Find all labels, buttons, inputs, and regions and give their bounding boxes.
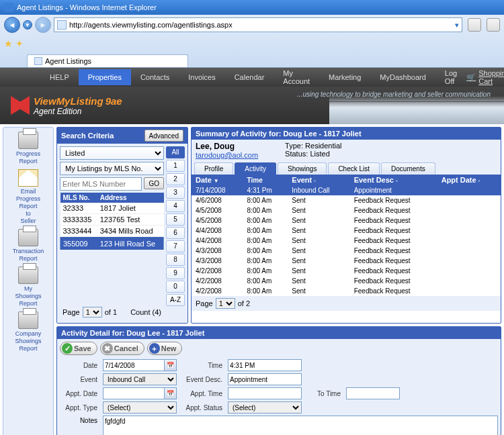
activity-row[interactable]: 4/2/20088:00 AmSentFeedback Request <box>192 276 501 286</box>
activity-row[interactable]: 4/4/20088:00 AmSentFeedback Request <box>192 226 501 236</box>
left-sidebar: ProgressReportEmailProgressReporttoSelle… <box>3 127 54 435</box>
sidebar-progress-report[interactable]: ProgressReport <box>16 132 40 165</box>
tab-activity[interactable]: Activity <box>235 162 276 175</box>
contact-email[interactable]: tarodoug@aol.com <box>196 151 258 159</box>
sidebar-email-progress-report-to-seller[interactable]: EmailProgressReporttoSeller <box>16 169 40 225</box>
page-7[interactable]: 7 <box>166 240 185 252</box>
page-A-Z[interactable]: A-Z <box>166 294 185 306</box>
col-apptdate[interactable]: Appt Date ▫ <box>437 175 501 185</box>
activity-row[interactable]: 4/3/20088:00 AmSentFeedback Request <box>192 246 501 256</box>
col-eventdesc[interactable]: Event Desc ▫ <box>350 175 437 185</box>
col-time[interactable]: Time <box>243 175 288 185</box>
menu-myaccount[interactable]: My Account <box>274 65 319 89</box>
brand-banner: ViewMyListing 9ae Agent Edition ...using… <box>0 87 504 124</box>
col-address[interactable]: Address <box>97 193 164 203</box>
page-3[interactable]: 3 <box>166 187 185 199</box>
apptstatus-select[interactable]: (Select) <box>228 401 302 414</box>
mls-input[interactable] <box>60 177 142 191</box>
activity-page-select[interactable]: 1 <box>216 298 235 309</box>
cancel-button[interactable]: ✖Cancel <box>100 342 144 355</box>
filter-select[interactable]: My Listings by MLS No. <box>60 162 164 175</box>
menu-contacts[interactable]: Contacts <box>131 69 179 85</box>
tab-page-icon <box>34 57 42 65</box>
menu-calendar[interactable]: Calendar <box>225 69 274 85</box>
event-select[interactable]: Inbound Call <box>103 373 177 385</box>
calendar-icon[interactable]: 📅 <box>165 387 177 399</box>
menu-properties[interactable]: Properties <box>79 69 131 85</box>
tab-documents[interactable]: Documents <box>381 162 435 175</box>
page-6[interactable]: 6 <box>166 227 185 239</box>
mls-go-button[interactable]: GO <box>144 177 164 189</box>
activity-row[interactable]: 4/2/20088:00 AmSentFeedback Request <box>192 286 501 296</box>
menu-logoff[interactable]: Log Off <box>435 65 466 89</box>
mail-icon <box>18 169 38 187</box>
address-bar[interactable]: ▾ <box>54 17 462 32</box>
listing-row[interactable]: 33334443434 Mills Road <box>60 226 164 237</box>
menu-marketing[interactable]: Marketing <box>319 69 370 85</box>
activity-row[interactable]: 4/2/20088:00 AmSentFeedback Request <box>192 266 501 276</box>
go-button[interactable] <box>487 18 500 32</box>
summary-title: Summary of Activity for: Doug Lee - 1817… <box>192 128 501 140</box>
logo-icon <box>11 96 30 115</box>
shopping-cart-link[interactable]: 🛒 Shopping Cart <box>466 69 504 85</box>
page-0[interactable]: 0 <box>166 281 185 293</box>
title-bar: Agent Listings - Windows Internet Explor… <box>0 0 504 15</box>
page-select[interactable]: 1 <box>83 307 102 318</box>
contact-name: Lee, Doug <box>196 142 258 151</box>
favorites-icon[interactable]: ★ <box>4 38 13 49</box>
activity-row[interactable]: 4/5/20088:00 AmSentFeedback Request <box>192 215 501 226</box>
back-dropdown[interactable]: ▼ <box>23 20 32 30</box>
page-4[interactable]: 4 <box>166 200 185 212</box>
page-5[interactable]: 5 <box>166 213 185 226</box>
sidebar-transaction-report[interactable]: TransactionReport <box>13 229 44 262</box>
activity-row[interactable]: 7/14/20084:31 PmInbound CallAppointment <box>192 185 501 195</box>
add-favorite-icon[interactable]: ✦ <box>15 38 24 49</box>
sidebar-my-showings-report[interactable]: MyShowingsReport <box>15 267 41 307</box>
date-input[interactable] <box>103 359 165 371</box>
tab-checklist[interactable]: Check List <box>328 162 380 175</box>
apptdate-input[interactable] <box>103 387 165 399</box>
totime-input[interactable] <box>346 387 400 399</box>
calendar-icon[interactable]: 📅 <box>165 359 177 371</box>
menu-invoices[interactable]: Invoices <box>179 69 224 85</box>
menu-help[interactable]: HELP <box>40 69 79 85</box>
page-2[interactable]: 2 <box>166 173 185 185</box>
listing-row[interactable]: 323331817 Joliet <box>60 203 164 214</box>
browser-tab[interactable]: Agent Listings <box>27 54 188 67</box>
printer-icon <box>18 132 38 149</box>
page-8[interactable]: 8 <box>166 254 185 266</box>
col-date[interactable]: Date ▼ <box>192 175 243 185</box>
sidebar-company-showings-report[interactable]: CompanyShowingsReport <box>15 311 41 352</box>
menu-dashboard[interactable]: MyDashboard <box>370 69 435 85</box>
status-select[interactable]: Listed <box>60 146 164 160</box>
activity-row[interactable]: 4/4/20088:00 AmSentFeedback Request <box>192 236 501 246</box>
notes-textarea[interactable]: fgfdgfd <box>103 416 498 435</box>
activity-row[interactable]: 4/5/20088:00 AmSentFeedback Request <box>192 205 501 215</box>
appttype-select[interactable]: (Select) <box>103 401 177 414</box>
listings-table: MLS No.Address 323331817 Joliet333333512… <box>60 193 164 250</box>
activity-row[interactable]: 4/3/20088:00 AmSentFeedback Request <box>192 256 501 266</box>
activity-row[interactable]: 4/6/20088:00 AmSentFeedback Request <box>192 195 501 205</box>
page-All[interactable]: All <box>166 146 185 158</box>
time-input[interactable] <box>228 359 302 371</box>
brand-name: ViewMyListing <box>34 95 103 107</box>
page-9[interactable]: 9 <box>166 267 185 279</box>
back-button[interactable]: ◄ <box>4 17 20 33</box>
tab-showings[interactable]: Showings <box>278 162 327 175</box>
appttime-input[interactable] <box>228 387 302 399</box>
eventdesc-input[interactable] <box>228 373 302 385</box>
save-button[interactable]: ✓Save <box>60 342 97 355</box>
tab-profile[interactable]: Profile <box>194 162 233 175</box>
advanced-button[interactable]: Advanced <box>144 130 183 142</box>
col-event[interactable]: Event ▫ <box>288 175 349 185</box>
refresh-button[interactable] <box>468 18 481 32</box>
url-input[interactable] <box>69 21 455 29</box>
listing-row[interactable]: 355009123 Hill Road Se <box>60 237 164 250</box>
addr-dropdown[interactable]: ▾ <box>455 21 459 30</box>
new-button[interactable]: ＋New <box>147 342 183 355</box>
page-1[interactable]: 1 <box>166 160 185 172</box>
forward-button[interactable]: ► <box>35 17 51 33</box>
window-title: Agent Listings - Windows Internet Explor… <box>17 3 157 11</box>
listing-row[interactable]: 3333335123765 Test <box>60 214 164 226</box>
col-mls[interactable]: MLS No. <box>60 193 97 203</box>
